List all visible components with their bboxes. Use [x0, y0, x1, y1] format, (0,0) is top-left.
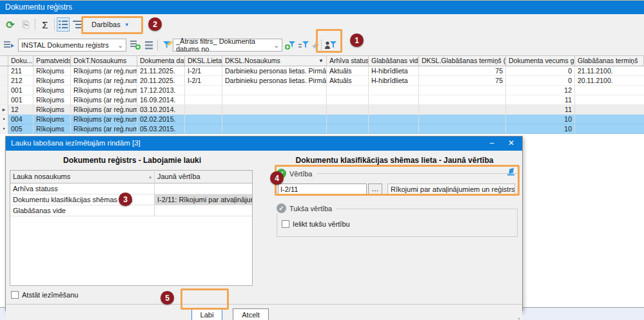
cell-arhiva-statuss[interactable]	[327, 95, 369, 105]
cell-doknr[interactable]: 004	[8, 115, 34, 124]
resize-grip[interactable]	[513, 316, 520, 320]
sum-icon[interactable]: Σ	[39, 17, 52, 32]
field-new-value-cell[interactable]: I-2/11: Rīkojumi par atvaļinājumiem u	[155, 194, 252, 205]
pin-filter-icon[interactable]	[309, 38, 322, 52]
cell-arhiva-statuss[interactable]	[327, 124, 369, 134]
keep-selection-checkbox[interactable]: Atstāt iezīmēšanu	[11, 291, 78, 299]
cell-glabasanas-termins[interactable]	[575, 115, 644, 124]
cell-dokt-nosaukums[interactable]: Rīkojums (ar reģ.num.)	[71, 105, 137, 115]
cell-dksl-lietas[interactable]	[185, 115, 222, 124]
cell-dokumenta-vecums[interactable]: 10	[506, 124, 575, 134]
cell-dokt-nosaukums[interactable]: Rīkojums (ar reģ.num.)	[71, 95, 137, 105]
cell-doknr[interactable]: 005	[8, 124, 34, 134]
cell-dksl-nosaukums[interactable]	[222, 86, 327, 95]
cell-doknr[interactable]: 211	[8, 66, 34, 76]
cell-glabasanas-termins-gadi[interactable]: 75	[419, 76, 506, 86]
cell-glabasanas-vide[interactable]	[369, 124, 419, 134]
cell-dokumenta-vecums[interactable]: 11	[506, 105, 575, 115]
cell-glabasanas-vide[interactable]	[369, 105, 419, 115]
cancel-button[interactable]: Atcelt	[233, 308, 269, 320]
cell-pamatveids[interactable]: Rīkojums	[34, 76, 71, 86]
cell-arhiva-statuss[interactable]	[327, 105, 369, 115]
refresh-icon[interactable]: ⟳	[4, 17, 17, 32]
cell-dksl-lietas[interactable]	[185, 86, 222, 95]
column-header-dokumenta-datums[interactable]: Dokumenta dat...	[137, 56, 185, 66]
table-row[interactable]: 001 Rīkojums Rīkojums (ar reģ.num.) 17.1…	[0, 86, 644, 95]
cell-pamatveids[interactable]: Rīkojums	[34, 66, 71, 76]
cell-dokt-nosaukums[interactable]: Rīkojums (ar reģ.num.)	[71, 76, 137, 86]
cell-dksl-lietas[interactable]	[185, 105, 222, 115]
register-combobox[interactable]: INSTAL Dokumentu reģistrs ⌄	[18, 39, 126, 52]
cell-dokt-nosaukums[interactable]: Rīkojums (ar reģ.num.)	[71, 66, 137, 76]
cell-doknr[interactable]: 212	[8, 76, 34, 86]
filter-condition-icon[interactable]	[297, 38, 310, 52]
insert-empty-value-checkbox[interactable]: Ielikt tukšu vērtību	[282, 220, 350, 228]
export-icon[interactable]: ⎘	[19, 17, 32, 32]
cell-pamatveids[interactable]: Rīkojums	[34, 86, 71, 95]
quick-filter-combobox[interactable]: _Ātrais filtrs_ Dokumenta datums no ⌄	[173, 39, 282, 52]
register-settings-icon[interactable]	[143, 38, 156, 52]
filter-active-icon[interactable]: ▼	[318, 56, 324, 66]
cell-glabasanas-vide[interactable]	[369, 86, 419, 95]
column-header-jauna-vertiba[interactable]: Jaunā vērtība	[155, 171, 252, 184]
table-row[interactable]: 211 Rīkojums Rīkojums (ar reģ.num.) 21.1…	[0, 66, 644, 76]
cell-dokumenta-vecums[interactable]: 12	[506, 86, 575, 95]
cell-arhiva-statuss[interactable]	[327, 86, 369, 95]
cell-arhiva-statuss[interactable]: Aktuāls	[327, 76, 369, 86]
cell-dksl-nosaukums[interactable]	[222, 105, 327, 115]
cell-glabasanas-termins-gadi[interactable]	[419, 115, 506, 124]
eraser-icon[interactable]	[506, 167, 516, 178]
field-row[interactable]: Glabāšanas vide	[10, 205, 252, 216]
add-register-icon[interactable]	[129, 38, 142, 52]
cell-dksl-nosaukums[interactable]	[222, 95, 327, 105]
cell-dksl-nosaukums[interactable]: Darbinieku personas lietas. Pirmā daļa	[222, 66, 327, 76]
cell-glabasanas-vide[interactable]	[369, 115, 419, 124]
field-name-cell[interactable]: Glabāšanas vide	[10, 205, 155, 216]
cell-dksl-nosaukums[interactable]	[222, 115, 327, 124]
cell-glabasanas-termins[interactable]: 21.11.2100.	[575, 66, 644, 76]
cell-arhiva-statuss[interactable]	[327, 115, 369, 124]
cell-dokt-nosaukums[interactable]: Rīkojums (ar reģ.num.)	[71, 86, 137, 95]
field-row[interactable]: Arhīva statuss	[10, 184, 252, 194]
cell-glabasanas-vide[interactable]: H-hibrīdlieta	[369, 76, 419, 86]
filter-add-icon[interactable]	[284, 38, 297, 52]
field-new-value-cell[interactable]	[155, 205, 252, 216]
table-row[interactable]: 001 Rīkojums Rīkojums (ar reģ.num.) 16.0…	[0, 95, 644, 105]
cell-dksl-lietas[interactable]	[185, 124, 222, 134]
table-row[interactable]: ▸ 12 Rīkojums Rīkojums (ar reģ.num.) 03.…	[0, 105, 644, 115]
user-filter-icon[interactable]	[324, 38, 337, 52]
checkbox-icon[interactable]	[282, 220, 289, 228]
cell-glabasanas-termins-gadi[interactable]: 75	[419, 66, 506, 76]
filter-edit-icon[interactable]	[161, 38, 173, 52]
cell-dksl-lietas[interactable]: I-2/1	[185, 76, 222, 86]
cell-arhiva-statuss[interactable]: Aktuāls	[327, 66, 369, 76]
column-header-doknr[interactable]: Doku...	[8, 56, 34, 66]
list-view-icon[interactable]	[71, 17, 84, 32]
table-row[interactable]: 212 Rīkojums Rīkojums (ar reģ.num.) 20.1…	[0, 76, 644, 86]
cell-dokumenta-datums[interactable]: 20.11.2025.	[137, 76, 185, 86]
cell-glabasanas-termins-gadi[interactable]	[419, 105, 506, 115]
cell-glabasanas-termins[interactable]	[575, 86, 644, 95]
cell-dokumenta-datums[interactable]: 05.03.2015.	[137, 124, 185, 134]
cell-doknr[interactable]: 001	[8, 95, 34, 105]
checkbox-icon[interactable]	[11, 291, 19, 299]
cell-pamatveids[interactable]: Rīkojums	[34, 115, 71, 124]
cell-dokumenta-datums[interactable]: 03.10.2014.	[137, 105, 185, 115]
column-header-dokt-nosaukums[interactable]: DokT.Nosaukums	[71, 56, 137, 66]
table-row[interactable]: • 005 Rīkojums Rīkojums (ar reģ.num.) 05…	[0, 124, 644, 134]
cell-glabasanas-termins-gadi[interactable]	[419, 95, 506, 105]
field-name-cell[interactable]: Dokumentu klasifikācijas shēmas lieta	[10, 194, 155, 205]
cell-glabasanas-termins-gadi[interactable]	[419, 124, 506, 134]
cell-doknr[interactable]: 001	[8, 86, 34, 95]
column-header-glabasanas-termins[interactable]: Glabāšanas termiņš	[575, 56, 644, 66]
cell-dokt-nosaukums[interactable]: Rīkojums (ar reģ.num.)	[71, 124, 137, 134]
browse-button[interactable]: …	[368, 184, 382, 195]
cell-dokumenta-vecums[interactable]: 0	[506, 66, 575, 76]
cell-dokumenta-datums[interactable]: 16.09.2014.	[137, 95, 185, 105]
table-row[interactable]: • 004 Rīkojums Rīkojums (ar reģ.num.) 02…	[0, 115, 644, 124]
cell-glabasanas-termins[interactable]	[575, 105, 644, 115]
sort-icon[interactable]: ▴	[149, 171, 151, 183]
cell-glabasanas-vide[interactable]	[369, 95, 419, 105]
cell-dokumenta-vecums[interactable]: 0	[506, 76, 575, 86]
column-header-glabasanas-vide[interactable]: Glabāšanas vide	[369, 56, 419, 66]
